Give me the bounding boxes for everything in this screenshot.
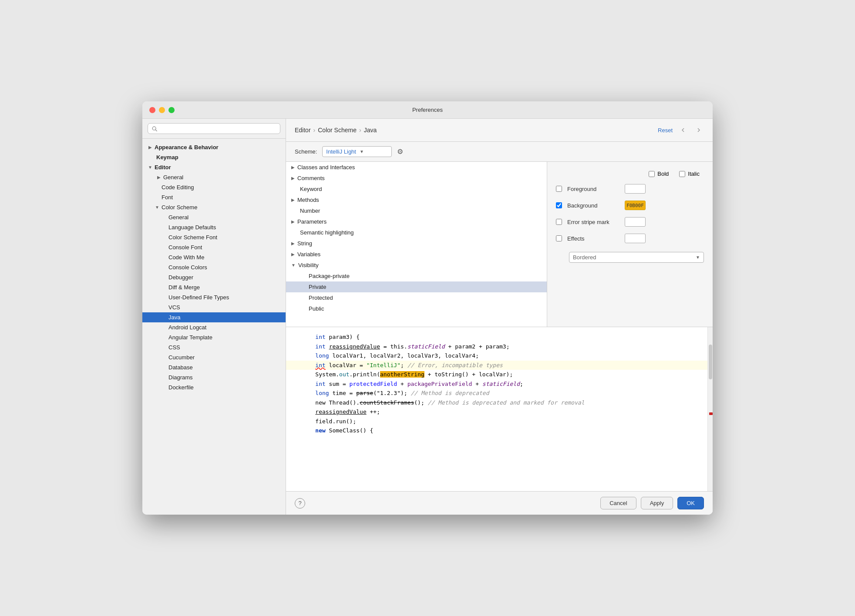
sidebar-item-label: CSS (168, 344, 180, 351)
sidebar-item-font[interactable]: Font (142, 192, 286, 202)
minimize-button[interactable] (159, 107, 165, 113)
svg-line-1 (155, 130, 157, 131)
sidebar-item-angular[interactable]: Angular Template (142, 332, 286, 342)
foreground-color-box[interactable] (625, 184, 646, 194)
background-color-box[interactable]: F0B00F (625, 201, 646, 210)
sidebar-item-console-colors[interactable]: Console Colors (142, 262, 286, 272)
scrollbar-thumb[interactable] (709, 345, 712, 379)
line-content: new SomeClass() { (302, 426, 713, 435)
sidebar-item-dockerfile[interactable]: Dockerfile (142, 382, 286, 392)
sidebar-item-code-with-me[interactable]: Code With Me (142, 252, 286, 262)
sidebar-item-code-editing[interactable]: Code Editing (142, 182, 286, 192)
sidebar-item-android-logcat[interactable]: Android Logcat (142, 322, 286, 332)
tree-item-methods[interactable]: ▶ Methods (286, 194, 547, 205)
tree-item-protected[interactable]: Protected (286, 292, 547, 303)
error-stripe-label: Error stripe mark (567, 219, 619, 225)
bold-checkbox[interactable] (649, 171, 655, 177)
chevron-down-icon: ▼ (291, 263, 296, 268)
background-checkbox[interactable] (556, 202, 562, 208)
tree-item-visibility[interactable]: ▼ Visibility (286, 260, 547, 271)
sidebar-item-label: Database (168, 364, 193, 371)
sidebar-item-general[interactable]: ▶ General (142, 172, 286, 182)
tree-item-classes[interactable]: ▶ Classes and Interfaces (286, 162, 547, 173)
search-input[interactable] (160, 125, 276, 132)
sidebar-item-css[interactable]: CSS (142, 342, 286, 352)
chevron-right-icon: ▶ (156, 175, 162, 180)
breadcrumb: Editor › Color Scheme › Java (295, 127, 377, 134)
options-pane: Bold Italic Foreground (547, 162, 713, 327)
sidebar-nav: ▶ Appearance & Behavior Keymap ▼ Editor … (142, 139, 286, 515)
tree-pane: ▶ Classes and Interfaces ▶ Comments Keyw… (286, 162, 547, 327)
sidebar-item-label: Debugger (168, 274, 193, 281)
tree-item-label: Classes and Interfaces (297, 164, 355, 171)
sidebar-item-diff-merge[interactable]: Diff & Merge (142, 282, 286, 292)
help-button[interactable]: ? (295, 498, 305, 509)
ok-button[interactable]: OK (677, 497, 704, 509)
error-stripe-color-box[interactable] (625, 217, 646, 227)
sidebar-item-vcs[interactable]: VCS (142, 302, 286, 312)
reset-button[interactable]: Reset (658, 127, 673, 134)
tree-item-semantic[interactable]: Semantic highlighting (286, 227, 547, 238)
maximize-button[interactable] (168, 107, 175, 113)
tree-item-label: Protected (309, 295, 333, 301)
sidebar-item-java[interactable]: Java (142, 312, 286, 322)
sidebar-item-language-defaults[interactable]: Language Defaults (142, 222, 286, 232)
forward-arrow[interactable] (693, 125, 704, 135)
sidebar-item-cucumber[interactable]: Cucumber (142, 352, 286, 362)
tree-item-private[interactable]: Private (286, 281, 547, 292)
tree-item-parameters[interactable]: ▶ Parameters (286, 216, 547, 227)
sidebar-item-cs-general[interactable]: General (142, 212, 286, 222)
back-arrow[interactable] (678, 125, 688, 135)
close-button[interactable] (149, 107, 155, 113)
tree-item-number[interactable]: Number (286, 205, 547, 216)
code-line: new Thread().countStackFrames(); // Meth… (286, 398, 713, 408)
effects-row: Effects (556, 234, 704, 243)
sidebar-item-cs-font[interactable]: Color Scheme Font (142, 232, 286, 242)
line-content: int reassignedValue = this.staticField +… (302, 342, 713, 351)
sidebar-item-keymap[interactable]: Keymap (142, 152, 286, 162)
italic-checkbox-label[interactable]: Italic (679, 171, 700, 177)
italic-checkbox[interactable] (679, 171, 685, 177)
sidebar-item-label: VCS (168, 304, 180, 311)
tree-item-package-private[interactable]: Package-private (286, 271, 547, 281)
effects-dropdown[interactable]: Bordered ▼ (569, 252, 704, 263)
code-line: long localVar1, localVar2, localVar3, lo… (286, 351, 713, 361)
cancel-button[interactable]: Cancel (600, 497, 636, 509)
tree-item-label: String (297, 240, 312, 247)
effects-checkbox[interactable] (556, 235, 562, 241)
bottom-bar: ? Cancel Apply OK (286, 491, 713, 515)
sidebar-item-color-scheme[interactable]: ▼ Color Scheme (142, 202, 286, 212)
apply-button[interactable]: Apply (641, 497, 673, 509)
scrollbar[interactable] (707, 327, 713, 491)
sidebar-item-debugger[interactable]: Debugger (142, 272, 286, 282)
tree-item-public[interactable]: Public (286, 303, 547, 314)
sidebar-item-database[interactable]: Database (142, 362, 286, 372)
scheme-gear-button[interactable]: ⚙ (397, 147, 403, 156)
sidebar-item-label: Appearance & Behavior (155, 144, 219, 151)
effects-color-box[interactable] (625, 234, 646, 243)
tree-item-string[interactable]: ▶ String (286, 238, 547, 249)
editor-section: ▶ Classes and Interfaces ▶ Comments Keyw… (286, 162, 713, 491)
sidebar-item-label: Cucumber (168, 354, 195, 361)
sidebar-item-appearance[interactable]: ▶ Appearance & Behavior (142, 142, 286, 152)
sidebar-item-label: Angular Template (168, 334, 212, 341)
tree-item-label: Public (309, 305, 324, 312)
bc-editor: Editor (295, 127, 311, 134)
scheme-select[interactable]: IntelliJ Light ▼ (322, 146, 392, 157)
bold-checkbox-label[interactable]: Bold (649, 171, 669, 177)
search-input-wrap[interactable] (148, 123, 280, 134)
window-title: Preferences (412, 107, 443, 113)
sidebar-item-user-defined[interactable]: User-Defined File Types (142, 292, 286, 302)
italic-label: Italic (688, 171, 700, 177)
tree-item-comments[interactable]: ▶ Comments (286, 173, 547, 184)
code-line: reassignedValue ++; (286, 407, 713, 417)
sidebar-item-diagrams[interactable]: Diagrams (142, 372, 286, 382)
tree-item-keyword[interactable]: Keyword (286, 184, 547, 194)
sidebar-item-editor[interactable]: ▼ Editor (142, 162, 286, 172)
tree-item-variables[interactable]: ▶ Variables (286, 249, 547, 260)
error-stripe-checkbox[interactable] (556, 219, 562, 225)
line-content: int localVar = "IntelliJ"; // Error, inc… (302, 361, 713, 370)
sidebar-item-console-font[interactable]: Console Font (142, 242, 286, 252)
foreground-checkbox[interactable] (556, 186, 562, 192)
tree-item-label: Parameters (297, 218, 327, 225)
